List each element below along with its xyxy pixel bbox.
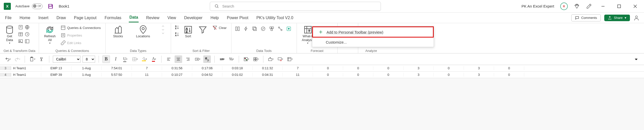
- tab-file[interactable]: File: [5, 14, 12, 22]
- tab-home[interactable]: Home: [19, 14, 31, 22]
- expand-icon[interactable]: [162, 32, 165, 35]
- person-icon[interactable]: [633, 15, 639, 21]
- undo-icon: [5, 57, 10, 61]
- font-color-button[interactable]: A▾: [150, 55, 158, 63]
- data-validation-icon[interactable]: [261, 26, 266, 31]
- group-data-tools: Data Tools: [231, 23, 297, 53]
- group-label-sort-filter: Sort & Filter: [175, 48, 228, 53]
- sort-desc-icon[interactable]: ZA: [175, 32, 180, 37]
- svg-rect-22: [61, 34, 65, 37]
- delete-cells-button[interactable]: ▾: [276, 55, 284, 63]
- diamond-icon[interactable]: [574, 3, 580, 9]
- underline-button[interactable]: U▾: [122, 55, 129, 63]
- merge-button[interactable]: ▾: [194, 55, 201, 63]
- tab-draw[interactable]: Draw: [56, 14, 66, 22]
- queries-connections-button[interactable]: Queries & Connections: [60, 25, 102, 31]
- comments-button[interactable]: Comments: [571, 14, 601, 21]
- format-painter-button[interactable]: [38, 55, 46, 63]
- group-queries-connections: Refresh All ▾ Queries & Connections Prop…: [39, 23, 105, 53]
- undo-button[interactable]: ▾: [4, 55, 12, 63]
- bold-button[interactable]: B: [102, 55, 110, 63]
- table-row[interactable]: 4 H Team1 EMP 39 1-Aug 5:57:50 11 0:10:2…: [0, 72, 644, 78]
- percent-button[interactable]: %▾: [228, 55, 235, 63]
- redo-button[interactable]: ▾: [14, 55, 21, 63]
- autosave-toggle[interactable]: AutoSave Off: [15, 4, 43, 9]
- from-text-icon[interactable]: [18, 25, 23, 30]
- menu-add-personal-toolbar[interactable]: Add to Personal Toolbar (preview): [312, 26, 434, 38]
- svg-rect-36: [253, 27, 256, 30]
- filter-button[interactable]: [197, 25, 209, 35]
- sort-asc-icon[interactable]: AZ: [175, 25, 180, 30]
- existing-conn-icon[interactable]: [25, 39, 30, 44]
- toggle-switch[interactable]: Off: [32, 4, 43, 9]
- svg-rect-20: [61, 26, 65, 30]
- insert-cells-button[interactable]: ▾: [267, 55, 274, 63]
- font-size-select[interactable]: 8: [83, 56, 95, 63]
- consolidate-icon[interactable]: [269, 26, 274, 31]
- tab-pk-utility[interactable]: PK's Utility Tool V2.0: [256, 14, 294, 22]
- svg-rect-76: [254, 57, 255, 59]
- svg-text:Z: Z: [175, 27, 176, 29]
- tab-data[interactable]: Data: [129, 13, 139, 22]
- sort-button[interactable]: AZ Sort: [182, 25, 194, 39]
- cell-styles-button[interactable]: ▾: [252, 55, 260, 63]
- user-name[interactable]: PK An Excel Expert: [521, 4, 554, 8]
- conditional-format-button[interactable]: ▾: [243, 55, 250, 63]
- from-web-icon[interactable]: [25, 25, 30, 30]
- flash-fill-icon[interactable]: [244, 26, 249, 31]
- table-row[interactable]: 3 H Team1 EMP 13 1-Aug 7:54:01 7 0:31:56…: [0, 65, 644, 72]
- format-cells-button[interactable]: ▾: [286, 55, 294, 63]
- workbook-name[interactable]: Book1: [59, 4, 69, 8]
- scroll-down-icon[interactable]: [162, 28, 165, 31]
- minimize-button[interactable]: [598, 5, 608, 8]
- font-select[interactable]: Calibri: [53, 56, 80, 63]
- from-picture-icon[interactable]: [18, 39, 23, 44]
- user-avatar[interactable]: R: [560, 3, 568, 10]
- remove-dupes-icon[interactable]: [252, 26, 257, 31]
- collapse-ribbon-button[interactable]: [632, 55, 640, 63]
- align-right-button[interactable]: [184, 55, 192, 63]
- fill-color-button[interactable]: ▾: [141, 55, 148, 63]
- get-data-button[interactable]: Get Data ▾: [4, 25, 16, 45]
- share-button[interactable]: Share ▾: [604, 15, 630, 21]
- stocks-button[interactable]: Stocks: [112, 25, 125, 39]
- database-icon: [5, 25, 14, 34]
- tab-review[interactable]: Review: [146, 14, 160, 22]
- tab-insert[interactable]: Insert: [38, 14, 49, 22]
- scroll-up-icon[interactable]: [162, 25, 165, 28]
- tab-view[interactable]: View: [167, 14, 177, 22]
- menu-customize[interactable]: Customize...: [312, 38, 434, 47]
- close-button[interactable]: [630, 5, 640, 8]
- locations-button[interactable]: Locations: [135, 25, 152, 39]
- maximize-button[interactable]: [614, 5, 624, 8]
- eyedropper-icon[interactable]: [586, 3, 592, 9]
- data-model-icon[interactable]: [286, 26, 291, 31]
- align-center-button[interactable]: [175, 55, 182, 63]
- wrap-text-button[interactable]: ab: [203, 55, 211, 63]
- refresh-all-button[interactable]: Refresh All ▾: [43, 25, 57, 45]
- align-left-button[interactable]: [165, 55, 173, 63]
- number-format-button[interactable]: 123▾: [218, 55, 226, 63]
- italic-button[interactable]: I: [112, 55, 119, 63]
- row-header[interactable]: 4: [0, 73, 11, 77]
- tab-formulas[interactable]: Formulas: [104, 14, 122, 22]
- search-box[interactable]: Search: [210, 2, 381, 11]
- paste-button[interactable]: ▾: [28, 55, 36, 63]
- borders-button[interactable]: ▾: [131, 55, 139, 63]
- tab-page-layout[interactable]: Page Layout: [73, 14, 97, 22]
- clear-icon: [212, 25, 217, 30]
- row-header[interactable]: 3: [0, 66, 11, 70]
- tab-power-pivot[interactable]: Power Pivot: [226, 14, 249, 22]
- svg-rect-79: [256, 59, 257, 61]
- clear-filter-button[interactable]: Clear: [211, 25, 228, 31]
- from-table-icon[interactable]: [18, 32, 23, 37]
- save-icon[interactable]: [48, 3, 54, 9]
- tab-developer[interactable]: Developer: [184, 14, 203, 22]
- worksheet[interactable]: 3 H Team1 EMP 13 1-Aug 7:54:01 7 0:31:56…: [0, 65, 644, 78]
- text-to-columns-icon[interactable]: [235, 26, 240, 31]
- relationships-icon[interactable]: [278, 26, 283, 31]
- svg-line-33: [213, 26, 216, 29]
- location-icon: [139, 25, 148, 34]
- recent-sources-icon[interactable]: [25, 32, 30, 37]
- tab-help[interactable]: Help: [210, 14, 219, 22]
